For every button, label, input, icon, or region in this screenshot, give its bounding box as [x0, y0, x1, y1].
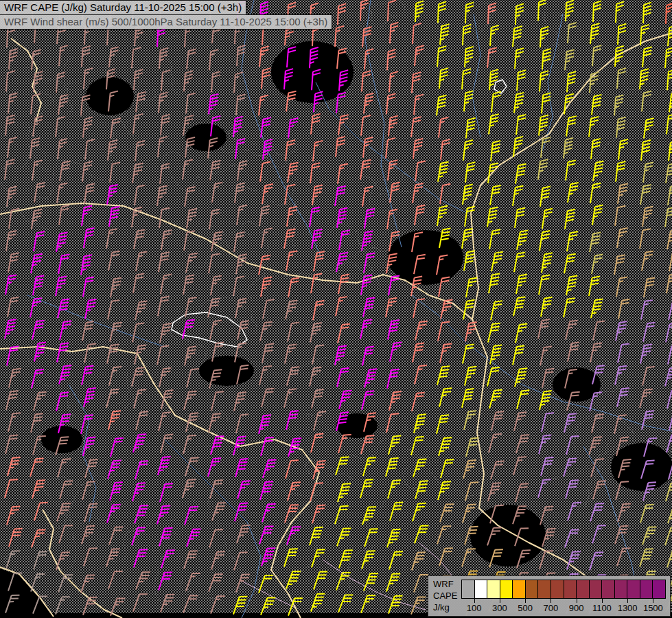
wind-barb	[415, 1, 424, 22]
wind-barb	[389, 71, 398, 93]
wind-barb	[386, 456, 399, 479]
wind-barb	[565, 208, 575, 230]
wind-barb	[159, 570, 172, 593]
wind-barb	[542, 207, 553, 229]
wind-barb	[437, 524, 451, 547]
wind-barb	[592, 204, 603, 226]
wind-barb	[310, 321, 322, 344]
legend-label-wrf: WRF	[433, 579, 454, 589]
wind-barb	[640, 547, 653, 569]
map-canvas	[0, 0, 672, 618]
wind-barb	[59, 204, 69, 226]
wind-barb	[211, 275, 222, 297]
wind-barb	[159, 526, 173, 549]
wind-barb	[56, 231, 67, 253]
wind-barb	[261, 435, 274, 458]
wind-barb	[82, 45, 91, 67]
wind-barb	[414, 94, 424, 116]
wind-barb	[262, 342, 274, 365]
wind-barb	[566, 478, 579, 501]
wind-barb	[335, 25, 344, 47]
wind-barb	[590, 550, 603, 573]
wind-barb	[465, 205, 475, 227]
wind-barb	[539, 433, 551, 456]
wind-barb	[489, 273, 500, 295]
wind-barb	[185, 345, 196, 367]
wind-barb	[236, 93, 245, 115]
wind-barb	[237, 523, 251, 546]
wind-barb	[311, 113, 321, 135]
wind-barb	[437, 365, 450, 387]
wind-barb	[618, 342, 629, 365]
wind-barb	[360, 159, 371, 181]
wind-barb	[161, 273, 172, 295]
wind-barb	[58, 457, 71, 479]
wind-barb	[286, 569, 301, 591]
wind-barb	[590, 341, 602, 364]
wind-barb	[615, 205, 625, 227]
wind-barb	[487, 47, 497, 69]
cape-legend: WRF CAPE J/kg 10030050070090011001300150…	[428, 575, 671, 617]
wind-barb	[183, 433, 196, 456]
wind-barb	[668, 343, 672, 366]
wind-barb	[361, 274, 372, 296]
legend-colorbar	[461, 580, 666, 599]
wind-barb	[132, 47, 141, 69]
wind-barb	[669, 251, 672, 273]
wind-barb	[284, 387, 297, 410]
wind-barb	[234, 550, 248, 573]
wind-barb	[593, 319, 605, 342]
wind-barb	[286, 299, 297, 321]
wind-barb	[542, 251, 553, 273]
wind-barb	[515, 367, 527, 389]
wind-barb	[465, 161, 475, 183]
wind-barb	[161, 69, 170, 91]
wind-barb	[567, 71, 576, 93]
wind-barb	[462, 387, 474, 410]
wind-barb	[158, 295, 169, 317]
wind-barb	[665, 366, 672, 389]
wind-barb	[32, 367, 44, 390]
wind-barb	[491, 91, 501, 113]
wind-barb	[56, 550, 70, 573]
wind-barb	[285, 343, 297, 365]
wind-barb	[109, 205, 119, 227]
wind-barb	[488, 481, 501, 503]
wind-barb	[618, 501, 631, 524]
wind-barb	[337, 366, 349, 389]
wind-barb	[157, 185, 167, 207]
wind-barb	[591, 138, 601, 160]
wind-barb	[339, 229, 350, 251]
legend-label-units: J/kg	[433, 602, 450, 613]
wind-barb	[538, 159, 548, 181]
wind-barb	[539, 115, 548, 137]
wind-barb	[411, 116, 421, 138]
wind-barb	[362, 389, 374, 412]
wind-barb	[387, 527, 401, 550]
wind-barb	[109, 365, 121, 387]
wind-barb	[84, 546, 97, 569]
wind-barb	[157, 344, 169, 367]
wind-barb	[463, 24, 471, 45]
wind-barb	[668, 25, 672, 47]
wind-barb	[83, 117, 93, 139]
wind-barb	[160, 481, 173, 504]
wind-barb	[564, 253, 576, 275]
legend-label-cape: CAPE	[433, 591, 457, 601]
wind-barb	[33, 115, 43, 137]
wind-barb	[135, 184, 145, 206]
wind-barb	[209, 571, 223, 594]
wind-barb	[158, 136, 167, 158]
wind-barb	[667, 273, 672, 295]
wind-barb	[106, 387, 119, 410]
wind-barb	[415, 45, 424, 67]
legend-tick-label: 100	[467, 603, 482, 613]
wind-barb	[208, 456, 221, 479]
wind-barb	[568, 22, 577, 44]
wind-barb	[235, 457, 248, 479]
wind-barb	[566, 159, 576, 181]
wind-barb	[669, 299, 672, 322]
wind-barb	[237, 160, 247, 182]
legend-color-cell	[627, 580, 640, 598]
wind-barb	[260, 161, 270, 183]
